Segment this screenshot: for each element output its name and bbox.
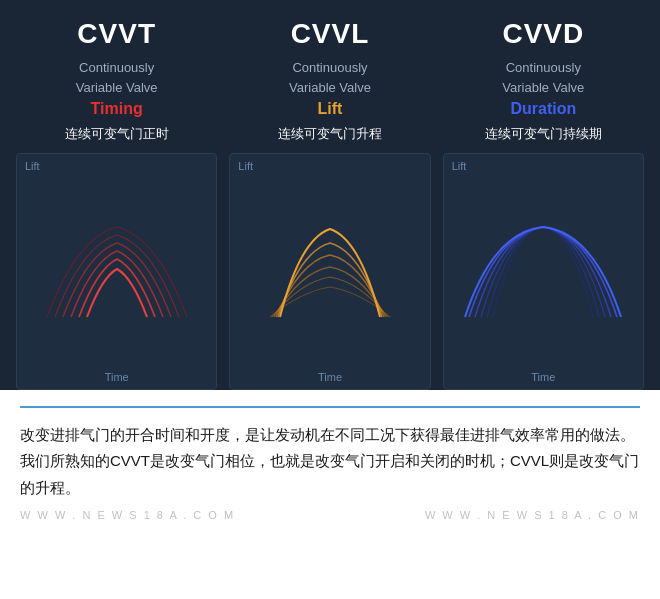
divider	[20, 406, 640, 408]
cvvd-time-label: Time	[452, 371, 635, 383]
bottom-text: 改变进排气门的开合时间和开度，是让发动机在不同工况下获得最佳进排气效率常用的做法…	[20, 422, 640, 501]
watermark-row: W W W . N E W S 1 8 A . C O M W W W . N …	[20, 509, 640, 521]
card-cvvt: CVVT Continuously Variable Valve Timing …	[16, 18, 217, 390]
cvvd-chart: Lift Time	[443, 153, 644, 390]
cvvt-line1: Continuously	[79, 60, 154, 75]
cvvd-title: CVVD	[502, 18, 584, 50]
cvvt-chart: Lift Time	[16, 153, 217, 390]
cvvl-line1: Continuously	[292, 60, 367, 75]
cvvt-time-label: Time	[25, 371, 208, 383]
cvvl-chart: Lift Time	[229, 153, 430, 390]
card-cvvd: CVVD Continuously Variable Valve Duratio…	[443, 18, 644, 390]
cvvt-line2: Variable Valve	[76, 80, 158, 95]
cvvd-line2: Variable Valve	[502, 80, 584, 95]
cvvd-line1: Continuously	[506, 60, 581, 75]
cvvl-lift-label: Lift	[238, 160, 421, 172]
cvvl-title: CVVL	[291, 18, 370, 50]
cvvt-highlight: Timing	[91, 100, 143, 117]
card-cvvl: CVVL Continuously Variable Valve Lift 连续…	[229, 18, 430, 390]
cvvd-lift-label: Lift	[452, 160, 635, 172]
bottom-section: 改变进排气门的开合时间和开度，是让发动机在不同工况下获得最佳进排气效率常用的做法…	[0, 390, 660, 599]
cvvt-chinese: 连续可变气门正时	[65, 125, 169, 143]
cvvd-highlight: Duration	[510, 100, 576, 117]
cvvt-sub: Continuously Variable Valve Timing	[76, 58, 158, 121]
watermark-left: W W W . N E W S 1 8 A . C O M	[20, 509, 235, 521]
cvvt-lift-label: Lift	[25, 160, 208, 172]
cvvl-sub: Continuously Variable Valve Lift	[289, 58, 371, 121]
top-section: CVVT Continuously Variable Valve Timing …	[0, 0, 660, 390]
cvvl-highlight: Lift	[318, 100, 343, 117]
cvvl-line2: Variable Valve	[289, 80, 371, 95]
cvvd-chinese: 连续可变气门持续期	[485, 125, 602, 143]
cvvl-chinese: 连续可变气门升程	[278, 125, 382, 143]
cvvt-title: CVVT	[77, 18, 156, 50]
cvvl-time-label: Time	[238, 371, 421, 383]
cvvd-sub: Continuously Variable Valve Duration	[502, 58, 584, 121]
watermark-right: W W W . N E W S 1 8 A . C O M	[425, 509, 640, 521]
